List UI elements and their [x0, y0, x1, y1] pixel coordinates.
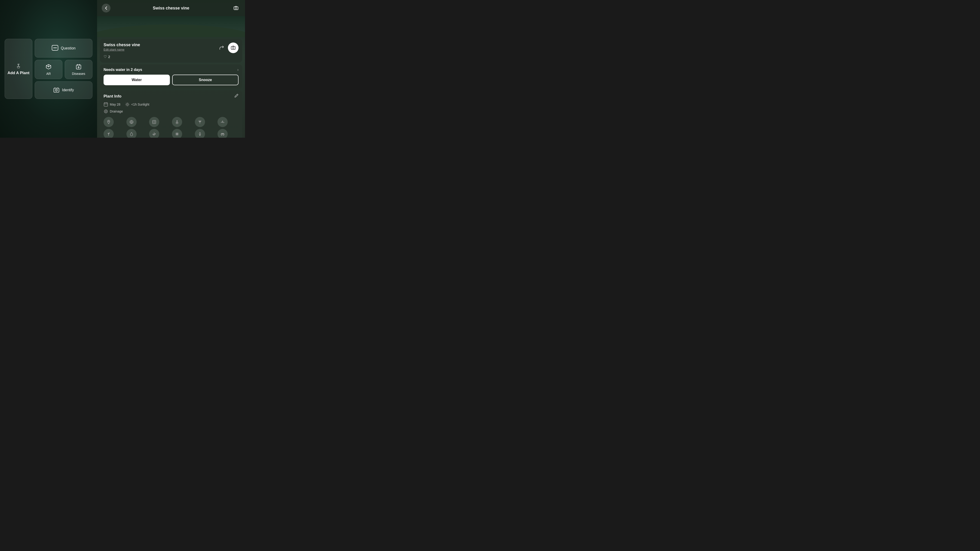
pencil-icon — [234, 94, 239, 98]
plant-name: Swiss chesse vine — [103, 43, 140, 48]
furniture-icon-btn[interactable] — [218, 129, 228, 138]
diseases-button[interactable]: Diseases — [65, 60, 92, 79]
water-reminder-header: Needs water in 2 days › — [103, 68, 239, 72]
svg-point-12 — [56, 90, 57, 91]
ar-label: AR — [46, 72, 51, 76]
likes-row: ♡ 2 — [103, 54, 239, 59]
flower-pot-icon-btn[interactable] — [172, 117, 182, 127]
plant-care-icon-grid-2 — [103, 129, 239, 138]
flower-pot-icon — [175, 120, 179, 124]
snowflake-icon — [175, 132, 179, 136]
question-icon — [51, 45, 59, 52]
water-button[interactable]: Water — [103, 75, 170, 85]
plant-card-actions — [217, 43, 239, 53]
header-title: Swiss chesse vine — [153, 6, 189, 11]
plant-care-icon-grid-1 — [103, 117, 239, 127]
svg-point-46 — [177, 134, 177, 135]
fire-icon — [197, 132, 202, 136]
plant-card-header: Swiss chesse vine Edit plant name — [103, 43, 239, 53]
snowflake-icon-btn[interactable] — [172, 129, 182, 138]
svg-point-6 — [54, 48, 56, 48]
water-reminder-card: Needs water in 2 days › Water Snooze — [100, 65, 242, 89]
drainage-label: Drainage — [110, 110, 123, 113]
svg-line-26 — [126, 103, 126, 103]
svg-point-7 — [56, 48, 57, 48]
calendar-icon — [103, 102, 108, 107]
ar-icon — [45, 64, 52, 70]
location-icon-btn[interactable] — [103, 117, 114, 127]
camera-icon-circle — [231, 45, 236, 50]
svg-rect-15 — [231, 46, 235, 49]
drainage-icon — [103, 109, 108, 114]
soil-icon-btn[interactable] — [218, 117, 228, 127]
heart-icon[interactable]: ♡ — [103, 54, 107, 59]
add-plant-label: Add A Plant — [7, 71, 29, 75]
snooze-button[interactable]: Snooze — [172, 75, 239, 85]
header-camera-button[interactable] — [232, 4, 240, 13]
svg-line-28 — [128, 103, 129, 103]
sunlight-label: <1h Sunlight — [131, 103, 149, 106]
camera-icon-header — [234, 6, 239, 11]
left-panel: Add A Plant Question AR — [0, 0, 97, 138]
identify-icon — [53, 87, 60, 93]
svg-point-3 — [18, 64, 19, 64]
plant-info-card: Swiss chesse vine Edit plant name — [100, 39, 242, 63]
ar-button[interactable]: AR — [35, 60, 62, 79]
window-icon — [152, 120, 156, 124]
plant-type-icon — [197, 120, 202, 124]
plant-details-row: May 28 <1h Sunlight — [103, 102, 239, 107]
water-drop-icon — [129, 132, 134, 136]
plant-info-title: Plant Info — [103, 94, 121, 98]
sprout-icon-btn[interactable] — [103, 129, 114, 138]
compass-icon — [129, 120, 134, 124]
window-icon-btn[interactable] — [149, 117, 159, 127]
plant-name-section: Swiss chesse vine Edit plant name — [103, 43, 140, 51]
sprout-icon — [106, 132, 111, 136]
svg-point-14 — [235, 7, 237, 9]
date-detail: May 28 — [103, 102, 121, 107]
identify-button[interactable]: Identify — [35, 81, 92, 99]
chevron-right-icon: › — [237, 68, 239, 72]
edit-plant-name-link[interactable]: Edit plant name — [103, 48, 140, 51]
likes-count: 2 — [108, 55, 110, 59]
svg-point-16 — [232, 47, 234, 49]
svg-rect-13 — [234, 7, 238, 10]
plant-info-header: Plant Info — [103, 94, 239, 99]
right-panel: Swiss chesse vine Swiss chesse vine Edit… — [97, 0, 245, 138]
water-drop-icon-btn[interactable] — [126, 129, 137, 138]
plant-hero-image — [97, 16, 245, 37]
grow-icon-btn[interactable] — [149, 129, 159, 138]
drainage-detail: Drainage — [103, 109, 239, 114]
svg-point-8 — [48, 66, 49, 67]
water-reminder-text: Needs water in 2 days — [103, 68, 142, 72]
plant-info-section: Plant Info May 28 — [100, 91, 242, 138]
diseases-label: Diseases — [72, 72, 85, 76]
sunlight-icon — [125, 102, 130, 107]
question-label: Question — [61, 46, 76, 50]
svg-point-32 — [108, 121, 109, 122]
furniture-icon — [220, 132, 225, 136]
add-plant-card[interactable]: Add A Plant — [5, 39, 32, 99]
question-button[interactable]: Question — [35, 39, 92, 57]
svg-point-21 — [126, 104, 128, 105]
identify-label: Identify — [62, 88, 74, 92]
svg-point-5 — [53, 48, 54, 48]
svg-point-31 — [105, 111, 107, 112]
date-label: May 28 — [110, 103, 121, 106]
svg-point-30 — [104, 110, 108, 113]
compass-icon-btn[interactable] — [126, 117, 137, 127]
edit-plant-info-button[interactable] — [234, 94, 239, 99]
camera-circle-button[interactable] — [228, 43, 239, 53]
svg-rect-17 — [104, 103, 108, 106]
back-button[interactable] — [102, 4, 110, 13]
right-scroll-area[interactable]: Swiss chesse vine Edit plant name — [97, 16, 245, 138]
left-content-grid: Add A Plant Question AR — [0, 0, 97, 138]
share-button[interactable] — [217, 44, 226, 52]
plant-type-icon-btn[interactable] — [195, 117, 205, 127]
sunlight-detail: <1h Sunlight — [125, 102, 149, 107]
back-arrow-icon — [104, 6, 108, 10]
svg-rect-37 — [176, 122, 178, 124]
fire-icon-btn[interactable] — [195, 129, 205, 138]
water-action-buttons: Water Snooze — [103, 75, 239, 85]
share-icon — [219, 45, 224, 50]
